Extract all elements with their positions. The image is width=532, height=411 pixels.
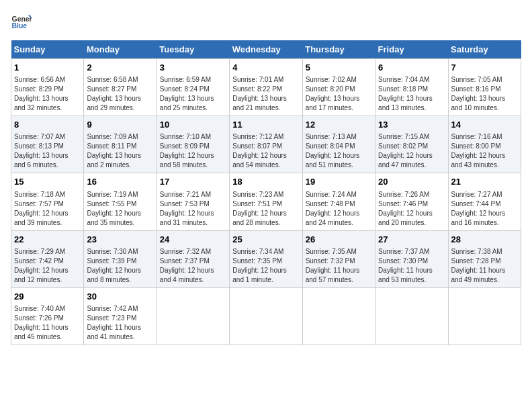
day-info-line: Sunrise: 6:58 AM	[87, 75, 153, 85]
day-info-line: Daylight: 12 hours	[232, 151, 299, 161]
day-cell: 10Sunrise: 7:10 AMSunset: 8:09 PMDayligh…	[157, 116, 229, 173]
col-header-monday: Monday	[84, 40, 157, 59]
day-cell	[375, 287, 448, 345]
day-info-line: and 6 minutes.	[14, 161, 81, 170]
day-info-line: Daylight: 12 hours	[160, 151, 226, 161]
day-number: 9	[87, 119, 153, 131]
day-info-line: Daylight: 13 hours	[160, 94, 226, 103]
day-info-line: Daylight: 12 hours	[451, 151, 518, 161]
day-cell: 19Sunrise: 7:24 AMSunset: 7:48 PMDayligh…	[302, 173, 375, 230]
day-info-line: and 57 minutes.	[306, 275, 372, 285]
calendar-table: SundayMondayTuesdayWednesdayThursdayFrid…	[11, 40, 521, 345]
day-info-line: Daylight: 12 hours	[306, 209, 372, 218]
week-row-3: 15Sunrise: 7:18 AMSunset: 7:57 PMDayligh…	[11, 173, 521, 230]
day-number: 19	[306, 176, 372, 188]
day-info-line: and 45 minutes.	[14, 332, 81, 342]
day-info-line: and 10 minutes.	[451, 103, 518, 113]
day-info-line: Sunset: 7:26 PM	[14, 314, 81, 323]
day-number: 28	[451, 234, 518, 246]
day-info-line: Sunrise: 7:38 AM	[451, 247, 518, 257]
day-info-line: Sunrise: 7:04 AM	[378, 75, 445, 85]
logo: General Blue	[11, 11, 35, 32]
day-cell: 23Sunrise: 7:30 AMSunset: 7:39 PMDayligh…	[84, 230, 157, 287]
day-info-line: and 12 minutes.	[14, 275, 81, 285]
day-number: 25	[232, 234, 299, 246]
day-info-line: Daylight: 11 hours	[87, 323, 153, 332]
day-number: 22	[14, 234, 81, 246]
day-info-line: Sunset: 8:02 PM	[378, 142, 445, 151]
day-info-line: Sunrise: 7:10 AM	[160, 132, 226, 142]
day-info-line: Sunrise: 7:05 AM	[451, 75, 518, 85]
day-cell: 1Sunrise: 6:56 AMSunset: 8:29 PMDaylight…	[11, 59, 84, 116]
day-number: 23	[87, 234, 153, 246]
col-header-wednesday: Wednesday	[230, 40, 302, 59]
week-row-2: 8Sunrise: 7:07 AMSunset: 8:13 PMDaylight…	[11, 116, 521, 173]
col-header-friday: Friday	[375, 40, 448, 59]
day-cell: 27Sunrise: 7:37 AMSunset: 7:30 PMDayligh…	[375, 230, 448, 287]
day-info-line: Sunset: 8:24 PM	[160, 85, 226, 94]
day-info-line: Sunrise: 7:21 AM	[160, 190, 226, 199]
day-info-line: Sunrise: 7:42 AM	[87, 304, 153, 314]
day-info-line: Sunset: 8:22 PM	[232, 85, 299, 94]
day-cell: 18Sunrise: 7:23 AMSunset: 7:51 PMDayligh…	[230, 173, 302, 230]
day-number: 17	[160, 176, 226, 188]
day-info-line: Daylight: 13 hours	[306, 94, 372, 103]
day-info-line: Daylight: 13 hours	[451, 94, 518, 103]
day-info-line: Daylight: 11 hours	[378, 266, 445, 275]
day-info-line: Sunset: 7:35 PM	[232, 257, 299, 266]
day-info-line: Daylight: 12 hours	[378, 151, 445, 161]
day-info-line: Sunrise: 7:13 AM	[306, 132, 372, 142]
day-info-line: Sunrise: 7:40 AM	[14, 304, 81, 314]
week-row-1: 1Sunrise: 6:56 AMSunset: 8:29 PMDaylight…	[11, 59, 521, 116]
day-info-line: Sunset: 7:37 PM	[160, 257, 226, 266]
day-cell: 5Sunrise: 7:02 AMSunset: 8:20 PMDaylight…	[302, 59, 375, 116]
week-row-4: 22Sunrise: 7:29 AMSunset: 7:42 PMDayligh…	[11, 230, 521, 287]
day-info-line: Sunrise: 7:09 AM	[87, 132, 153, 142]
day-info-line: Sunset: 8:18 PM	[378, 85, 445, 94]
day-number: 2	[87, 62, 153, 74]
day-cell: 3Sunrise: 6:59 AMSunset: 8:24 PMDaylight…	[157, 59, 229, 116]
day-info-line: Sunset: 7:30 PM	[378, 257, 445, 266]
day-info-line: Sunrise: 7:02 AM	[306, 75, 372, 85]
day-cell: 4Sunrise: 7:01 AMSunset: 8:22 PMDaylight…	[230, 59, 302, 116]
day-info-line: Daylight: 12 hours	[87, 209, 153, 218]
day-info-line: Sunrise: 7:30 AM	[87, 247, 153, 257]
day-info-line: and 1 minute.	[232, 275, 299, 285]
day-info-line: Daylight: 12 hours	[87, 266, 153, 275]
day-cell: 12Sunrise: 7:13 AMSunset: 8:04 PMDayligh…	[302, 116, 375, 173]
day-cell: 6Sunrise: 7:04 AMSunset: 8:18 PMDaylight…	[375, 59, 448, 116]
day-info-line: Sunset: 7:42 PM	[14, 257, 81, 266]
day-info-line: Sunrise: 7:23 AM	[232, 190, 299, 199]
day-info-line: Sunset: 7:46 PM	[378, 199, 445, 209]
logo-icon: General Blue	[11, 11, 32, 32]
week-row-5: 29Sunrise: 7:40 AMSunset: 7:26 PMDayligh…	[11, 287, 521, 345]
day-info-line: and 8 minutes.	[87, 275, 153, 285]
day-cell	[157, 287, 229, 345]
day-info-line: Sunrise: 7:24 AM	[306, 190, 372, 199]
day-cell: 7Sunrise: 7:05 AMSunset: 8:16 PMDaylight…	[448, 59, 521, 116]
day-info-line: Sunset: 8:20 PM	[306, 85, 372, 94]
day-info-line: Sunset: 7:23 PM	[87, 314, 153, 323]
day-cell	[302, 287, 375, 345]
day-info-line: Daylight: 12 hours	[378, 209, 445, 218]
day-info-line: Daylight: 13 hours	[14, 151, 81, 161]
day-number: 14	[451, 119, 518, 131]
day-info-line: Sunset: 8:00 PM	[451, 142, 518, 151]
day-info-line: and 24 minutes.	[306, 218, 372, 228]
day-cell: 9Sunrise: 7:09 AMSunset: 8:11 PMDaylight…	[84, 116, 157, 173]
day-info-line: and 43 minutes.	[451, 161, 518, 170]
day-number: 21	[451, 176, 518, 188]
day-info-line: Daylight: 12 hours	[232, 266, 299, 275]
day-info-line: Daylight: 12 hours	[232, 209, 299, 218]
day-cell: 29Sunrise: 7:40 AMSunset: 7:26 PMDayligh…	[11, 287, 84, 345]
day-info-line: Sunset: 7:28 PM	[451, 257, 518, 266]
day-cell: 2Sunrise: 6:58 AMSunset: 8:27 PMDaylight…	[84, 59, 157, 116]
day-cell: 30Sunrise: 7:42 AMSunset: 7:23 PMDayligh…	[84, 287, 157, 345]
day-info-line: Sunrise: 7:07 AM	[14, 132, 81, 142]
day-cell: 22Sunrise: 7:29 AMSunset: 7:42 PMDayligh…	[11, 230, 84, 287]
day-info-line: Daylight: 12 hours	[306, 151, 372, 161]
day-number: 12	[306, 119, 372, 131]
day-info-line: Daylight: 13 hours	[87, 94, 153, 103]
day-info-line: Daylight: 12 hours	[14, 266, 81, 275]
day-info-line: and 41 minutes.	[87, 332, 153, 342]
